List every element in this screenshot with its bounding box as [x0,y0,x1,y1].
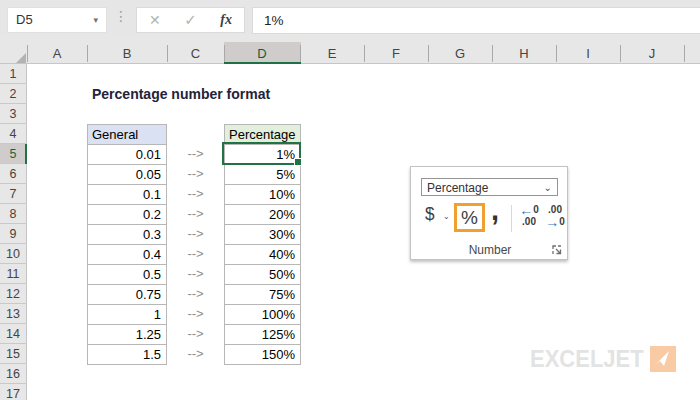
column-header-D[interactable]: D [224,44,300,63]
number-format-dropdown[interactable]: Percentage ⌄ [421,178,558,196]
row-header-13[interactable]: 13 [0,304,26,324]
column-header-G[interactable]: G [428,44,492,63]
select-all-corner-icon[interactable] [16,53,26,63]
cell-B5[interactable]: 0.01 [87,144,167,165]
row-header-15[interactable]: 15 [0,344,26,364]
formula-bar: D5 ▾ ⋮ ✕ ✓ fx 1% [0,0,700,34]
fill-handle[interactable] [294,158,302,166]
number-group-panel: Percentage ⌄ $ ⌄ % , ←0.00 .00→0 Number [410,166,568,260]
column-header-E[interactable]: E [300,44,364,63]
column-header-F[interactable]: F [364,44,428,63]
cell-D11[interactable]: 50% [224,264,301,285]
cell-D7[interactable]: 10% [224,184,301,205]
arrow-C7: --> [167,184,224,204]
column-header-J[interactable]: J [620,44,684,63]
row-header-band: 1234567891011121314151617 [0,64,27,400]
splitter-dots-icon[interactable]: ⋮ [114,8,128,24]
arrow-C5: --> [167,144,224,164]
number-format-value: Percentage [427,181,488,195]
row-header-10[interactable]: 10 [0,244,26,264]
cell-B11[interactable]: 0.5 [87,264,167,285]
formula-input[interactable]: 1% [252,7,700,34]
arrow-C8: --> [167,204,224,224]
cell-D8[interactable]: 20% [224,204,301,225]
row-header-11[interactable]: 11 [0,264,26,284]
arrow-C12: --> [167,284,224,304]
column-header-H[interactable]: H [492,44,556,63]
arrow-C14: --> [167,324,224,344]
cell-D12[interactable]: 75% [224,284,301,305]
cell-B12[interactable]: 0.75 [87,284,167,305]
cell-D15[interactable]: 150% [224,344,301,365]
cell-B7[interactable]: 0.1 [87,184,167,205]
selected-cell-outline[interactable] [222,142,301,165]
increase-decimal-button[interactable]: ←0.00 [516,204,542,230]
cell-B8[interactable]: 0.2 [87,204,167,225]
arrow-C6: --> [167,164,224,184]
row-header-2[interactable]: 2 [0,84,26,104]
column-header-C[interactable]: C [167,44,224,63]
percent-style-button[interactable]: % [454,203,485,232]
arrow-C9: --> [167,224,224,244]
chevron-down-icon: ⌄ [544,182,552,193]
row-header-14[interactable]: 14 [0,324,26,344]
formula-value: 1% [264,13,284,28]
cell-D13[interactable]: 100% [224,304,301,325]
selected-row-indicator [25,144,27,164]
enter-icon[interactable]: ✓ [184,11,197,29]
cell-B4[interactable]: General [87,124,167,145]
row-header-6[interactable]: 6 [0,164,26,184]
cell-B6[interactable]: 0.05 [87,164,167,185]
name-box-dropdown-icon[interactable]: ▾ [93,15,98,25]
column-divider [684,45,685,62]
row-header-7[interactable]: 7 [0,184,26,204]
sheet-title: Percentage number format [92,84,270,104]
row-header-4[interactable]: 4 [0,124,26,144]
row-header-17[interactable]: 17 [0,384,26,400]
accounting-format-button[interactable]: $ [425,203,435,225]
row-header-3[interactable]: 3 [0,104,26,124]
name-box[interactable]: D5 ▾ [7,7,107,33]
cell-B9[interactable]: 0.3 [87,224,167,245]
cell-D9[interactable]: 30% [224,224,301,245]
comma-style-button[interactable]: , [491,194,499,227]
cancel-icon[interactable]: ✕ [149,12,161,28]
exceljet-logo-text: EXCELJET [530,345,644,373]
cell-D6[interactable]: 5% [224,164,301,185]
cell-B13[interactable]: 1 [87,304,167,325]
column-header-I[interactable]: I [556,44,620,63]
row-header-9[interactable]: 9 [0,224,26,244]
cell-B10[interactable]: 0.4 [87,244,167,265]
row-header-8[interactable]: 8 [0,204,26,224]
arrow-C10: --> [167,244,224,264]
dialog-launcher-icon[interactable] [552,245,562,255]
column-header-B[interactable]: B [87,44,167,63]
separator [511,205,512,232]
arrow-C13: --> [167,304,224,324]
row-header-5[interactable]: 5 [0,144,26,164]
arrow-C15: --> [167,344,224,364]
accounting-dropdown-icon[interactable]: ⌄ [443,212,450,221]
row-header-1[interactable]: 1 [0,64,26,84]
row-header-16[interactable]: 16 [0,364,26,384]
arrow-C11: --> [167,264,224,284]
formula-buttons: ✕ ✓ fx [136,7,245,33]
group-label: Number [411,243,569,257]
decrease-decimal-button[interactable]: .00→0 [542,204,568,230]
column-header-band: ABCDEFGHIJ [0,34,700,64]
insert-function-icon[interactable]: fx [220,12,232,28]
name-box-value: D5 [16,12,33,27]
cell-B14[interactable]: 1.25 [87,324,167,345]
cell-D10[interactable]: 40% [224,244,301,265]
column-header-A[interactable]: A [27,44,87,63]
row-header-12[interactable]: 12 [0,284,26,304]
percent-style-label: % [461,207,478,228]
cell-B15[interactable]: 1.5 [87,344,167,365]
cell-D14[interactable]: 125% [224,324,301,345]
exceljet-logo-icon [650,346,676,372]
